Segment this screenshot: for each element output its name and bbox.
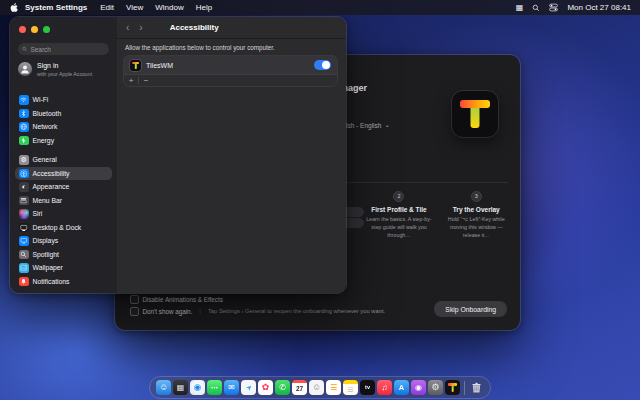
- desktop: System Settings Edit View Window Help ▦ …: [0, 0, 640, 400]
- dock-podcasts[interactable]: ◉: [411, 380, 426, 395]
- step-3-description: Hold “⌥ Left”-Key while moving this wind…: [442, 216, 511, 240]
- menubar-clock[interactable]: Mon Oct 27 08:41: [567, 3, 631, 12]
- step-3-column: 3 Try the Overlay Hold “⌥ Left”-Key whil…: [438, 192, 515, 240]
- sidebar-item-siri[interactable]: Siri: [15, 207, 112, 221]
- app-name: TilesWM: [146, 62, 173, 69]
- disable-animations-checkbox[interactable]: [130, 295, 139, 304]
- sign-in-title: Sign in: [37, 62, 92, 71]
- settings-content-header: ‹ › Accessibility: [117, 17, 346, 39]
- dock-safari[interactable]: ◉: [190, 380, 205, 395]
- apple-menu[interactable]: [9, 2, 18, 13]
- menu-help[interactable]: Help: [190, 3, 218, 12]
- dock-photos[interactable]: ✿: [258, 380, 273, 395]
- disable-animations-checkbox-row[interactable]: Disable Animations & Effects: [130, 295, 223, 304]
- sidebar-item-appearance[interactable]: ◐ Appearance: [15, 180, 112, 194]
- sign-in-row[interactable]: Sign in with your Apple Account: [18, 62, 92, 77]
- bell-icon: [19, 277, 29, 287]
- toggle-knob: [322, 61, 330, 69]
- sign-in-subtitle: with your Apple Account: [37, 71, 92, 77]
- forward-chevron-icon[interactable]: ›: [134, 23, 147, 33]
- zoom-button[interactable]: [43, 26, 50, 33]
- control-center-icon[interactable]: [549, 3, 558, 12]
- sidebar-item-bluetooth[interactable]: Bluetooth: [15, 107, 112, 121]
- minimize-button[interactable]: [31, 26, 38, 33]
- tileswm-status-icon[interactable]: ▦: [516, 3, 524, 12]
- magnifier-icon: [19, 250, 29, 260]
- desktop-dock-icon: [19, 223, 29, 233]
- close-button[interactable]: [19, 26, 26, 33]
- sidebar-item-network[interactable]: Network: [15, 120, 112, 134]
- sidebar-item-wallpaper[interactable]: Wallpaper: [15, 261, 112, 275]
- sidebar-item-spotlight[interactable]: Spotlight: [15, 248, 112, 262]
- allowed-apps-list: TilesWM + −: [124, 56, 337, 86]
- skip-onboarding-button[interactable]: Skip Onboarding: [435, 302, 506, 316]
- tileswm-mini-icon: [130, 60, 141, 71]
- dock-tileswm[interactable]: [445, 380, 460, 395]
- dock-calendar[interactable]: 27: [292, 380, 307, 395]
- menubar-app-name[interactable]: System Settings: [18, 3, 94, 12]
- tileswm-toggle[interactable]: [314, 60, 331, 70]
- sidebar-item-notifications[interactable]: Notifications: [15, 275, 112, 289]
- menu-view[interactable]: View: [120, 3, 149, 12]
- dock-app-store[interactable]: A: [394, 380, 409, 395]
- accessibility-description: Allow the applications below to control …: [125, 44, 338, 51]
- dock-maps[interactable]: ➤: [241, 380, 256, 395]
- sidebar-item-desktop-dock[interactable]: Desktop & Dock: [15, 221, 112, 235]
- display-icon: [19, 236, 29, 246]
- add-app-button[interactable]: +: [124, 77, 138, 85]
- menu-bar: System Settings Edit View Window Help ▦ …: [0, 0, 640, 15]
- dock-finder[interactable]: ☺: [156, 380, 171, 395]
- sidebar-item-displays[interactable]: Displays: [15, 234, 112, 248]
- search-input[interactable]: [30, 46, 105, 53]
- dock-reminders[interactable]: ☰: [326, 380, 341, 395]
- system-settings-window: Sign in with your Apple Account Wi-Fi Bl…: [10, 17, 346, 293]
- step-2-description: Learn the basics. A step-by-step guide w…: [364, 216, 433, 240]
- menu-bar-icon: [19, 196, 29, 206]
- settings-sidebar: Sign in with your Apple Account Wi-Fi Bl…: [10, 17, 118, 293]
- wifi-icon: [19, 95, 29, 105]
- hint-divider: |: [199, 308, 201, 314]
- menu-window[interactable]: Window: [149, 3, 189, 12]
- settings-content-pane: ‹ › Accessibility Allow the applications…: [117, 17, 346, 293]
- dock: ☺ ▦ ◉ ⋯ ✉ ➤ ✿ ✆ 27 ☺ ☰ ☰ tv ♫ A ◉ ⚙: [150, 377, 490, 398]
- dont-show-again-row: Don't show again. | Tap Settings › Gener…: [130, 307, 385, 316]
- sidebar-item-energy[interactable]: Energy: [15, 134, 112, 148]
- dock-launchpad[interactable]: ▦: [173, 380, 188, 395]
- tileswm-icon-bar: [460, 100, 490, 108]
- accessibility-icon: [19, 169, 29, 179]
- wallpaper-icon: [19, 263, 29, 273]
- step-3-number-badge: 3: [472, 192, 481, 201]
- step-3-title: Try the Overlay: [442, 206, 511, 213]
- dock-facetime[interactable]: ✆: [275, 380, 290, 395]
- spotlight-search-icon[interactable]: [532, 4, 540, 12]
- sidebar-item-general[interactable]: ⚙ General: [15, 153, 112, 167]
- dock-mail[interactable]: ✉: [224, 380, 239, 395]
- remove-app-button[interactable]: −: [139, 77, 153, 85]
- app-row-tileswm[interactable]: TilesWM: [124, 56, 337, 74]
- menu-edit[interactable]: Edit: [94, 3, 120, 12]
- dock-tv[interactable]: tv: [360, 380, 375, 395]
- dock-notes[interactable]: ☰: [343, 380, 358, 395]
- dock-music[interactable]: ♫: [377, 380, 392, 395]
- sidebar-item-menu-bar[interactable]: Menu Bar: [15, 194, 112, 208]
- list-footer: + −: [124, 74, 337, 86]
- dock-system-settings[interactable]: ⚙: [428, 380, 443, 395]
- sidebar-item-accessibility[interactable]: Accessibility: [15, 167, 112, 181]
- sidebar-nav: Wi-Fi Bluetooth Network: [15, 93, 112, 288]
- appearance-icon: ◐: [19, 182, 29, 192]
- step-2-column: 2 First Profile & Tile Learn the basics.…: [360, 192, 437, 240]
- window-controls: [19, 26, 50, 33]
- dock-contacts[interactable]: ☺: [309, 380, 324, 395]
- step-2-title: First Profile & Tile: [364, 206, 433, 213]
- dock-separator: [464, 381, 465, 395]
- dont-show-again-checkbox[interactable]: [130, 307, 139, 316]
- settings-search-field[interactable]: [18, 43, 109, 55]
- back-chevron-icon[interactable]: ‹: [121, 23, 134, 33]
- dock-trash[interactable]: [469, 380, 484, 395]
- person-icon: [19, 63, 31, 75]
- sidebar-item-wifi[interactable]: Wi-Fi: [15, 93, 112, 107]
- step-2-number-badge: 2: [394, 192, 403, 201]
- dock-messages[interactable]: ⋯: [207, 380, 222, 395]
- avatar: [18, 62, 32, 76]
- onboarding-hint: Tap Settings › General to reopen the onb…: [208, 308, 385, 314]
